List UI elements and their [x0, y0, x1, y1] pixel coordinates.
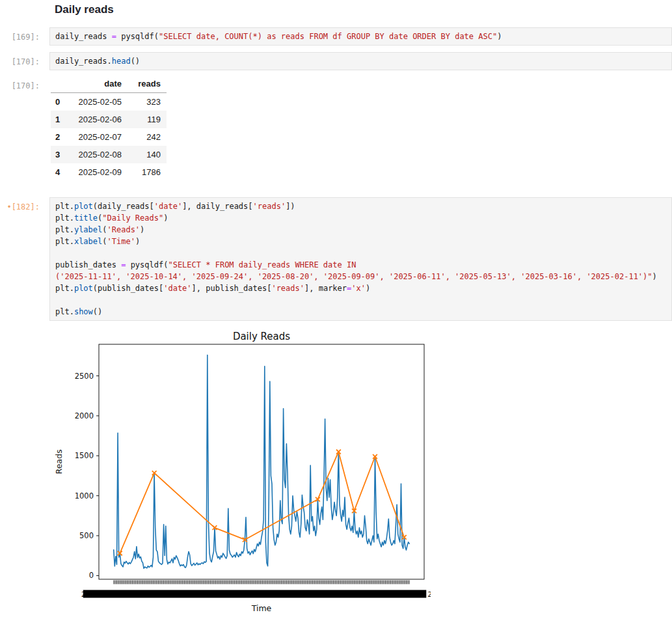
cell-value: 2025-02-09	[62, 163, 128, 181]
column-header-reads: reads	[128, 76, 167, 93]
y-tick-label: 500	[79, 531, 94, 540]
matplotlib-figure: Daily ReadsTimeReads05001000150020002500…	[53, 323, 672, 618]
code-line: plt.show()	[55, 306, 666, 318]
row-index: 3	[51, 146, 62, 163]
cell-value: 1786	[128, 163, 167, 181]
code-line: plt.title("Daily Reads")	[55, 212, 666, 224]
cell-value: 242	[128, 128, 167, 146]
table-row: 42025-02-091786	[51, 163, 167, 181]
output-prompt-170: [170]:	[0, 76, 42, 92]
dataframe-header: date reads	[51, 76, 167, 93]
execution-prompt-182-busy: •[182]:	[0, 197, 42, 213]
x-tick-label-smear-right: 2	[427, 590, 431, 599]
code-line: publish_dates = pysqldf("SELECT * FROM d…	[55, 259, 666, 271]
y-axis-label: Reads	[54, 450, 64, 474]
page-title: Daily reads	[55, 2, 672, 18]
figure-output-prompt	[0, 323, 42, 327]
row-index: 4	[51, 163, 62, 181]
dataframe-table: date reads 02025-02-0532312025-02-061192…	[51, 76, 167, 181]
y-tick-label: 0	[89, 571, 94, 580]
y-tick-label: 2000	[75, 411, 94, 420]
notebook: Daily reads [169]: daily_reads = pysqldf…	[0, 0, 672, 618]
table-row: 12025-02-06119	[51, 111, 167, 128]
y-tick-label: 2500	[75, 372, 94, 381]
chart-title: Daily Reads	[233, 331, 290, 342]
code-line	[55, 294, 666, 306]
code-cell-182: •[182]: plt.plot(daily_reads['date'], da…	[0, 197, 672, 321]
cell-value: 140	[128, 146, 167, 163]
column-header-date: date	[62, 76, 128, 93]
code-line	[55, 247, 666, 259]
y-tick-label: 1500	[75, 451, 94, 460]
cell-value: 119	[128, 111, 167, 128]
index-column-header	[51, 76, 62, 93]
cell-value: 2025-02-05	[62, 93, 128, 111]
table-row: 32025-02-08140	[51, 146, 167, 163]
output-area-170: [170]: date reads 02025-02-0532312025-02…	[0, 76, 672, 181]
code-line: ('2025-11-11', '2025-10-14', '2025-09-24…	[55, 271, 666, 282]
table-row: 02025-02-05323	[51, 93, 167, 111]
execution-prompt-169: [169]:	[0, 27, 42, 43]
publish-dates-line	[120, 452, 404, 553]
execution-prompt-170: [170]:	[0, 52, 42, 68]
x-axis-label: Time	[251, 603, 272, 613]
code-cell-169: [169]: daily_reads = pysqldf("SELECT dat…	[0, 27, 672, 46]
row-index: 0	[51, 93, 62, 111]
code-line: daily_reads.head()	[55, 55, 666, 67]
y-tick-label: 1000	[75, 491, 94, 500]
code-line: plt.xlabel('Time')	[55, 236, 666, 247]
cell-value: 323	[128, 93, 167, 111]
code-line: daily_reads = pysqldf("SELECT date, COUN…	[55, 31, 666, 42]
x-tick-label-smear-band	[83, 590, 427, 598]
cell-value: 2025-02-06	[62, 111, 128, 128]
code-line: plt.plot(publish_dates['date'], publish_…	[55, 282, 666, 294]
row-index: 1	[51, 111, 62, 128]
code-cell-170: [170]: daily_reads.head()	[0, 52, 672, 70]
output-content-170: date reads 02025-02-0532312025-02-061192…	[49, 76, 672, 181]
markdown-cell[interactable]: Daily reads	[0, 0, 672, 18]
code-line: plt.ylabel('Reads')	[55, 224, 666, 236]
row-index: 2	[51, 128, 62, 146]
figure-output-content: Daily ReadsTimeReads05001000150020002500…	[49, 323, 672, 618]
daily-reads-chart: Daily ReadsTimeReads05001000150020002500…	[53, 323, 431, 615]
code-editor-182[interactable]: plt.plot(daily_reads['date'], daily_read…	[49, 197, 672, 321]
cell-value: 2025-02-08	[62, 146, 128, 163]
code-editor-170[interactable]: daily_reads.head()	[49, 52, 672, 70]
daily-reads-line	[114, 355, 410, 569]
code-editor-169[interactable]: daily_reads = pysqldf("SELECT date, COUN…	[49, 27, 672, 46]
code-line: plt.plot(daily_reads['date'], daily_read…	[55, 200, 666, 212]
table-row: 22025-02-07242	[51, 128, 167, 146]
figure-output-area: Daily ReadsTimeReads05001000150020002500…	[0, 323, 672, 618]
cell-value: 2025-02-07	[62, 128, 128, 146]
